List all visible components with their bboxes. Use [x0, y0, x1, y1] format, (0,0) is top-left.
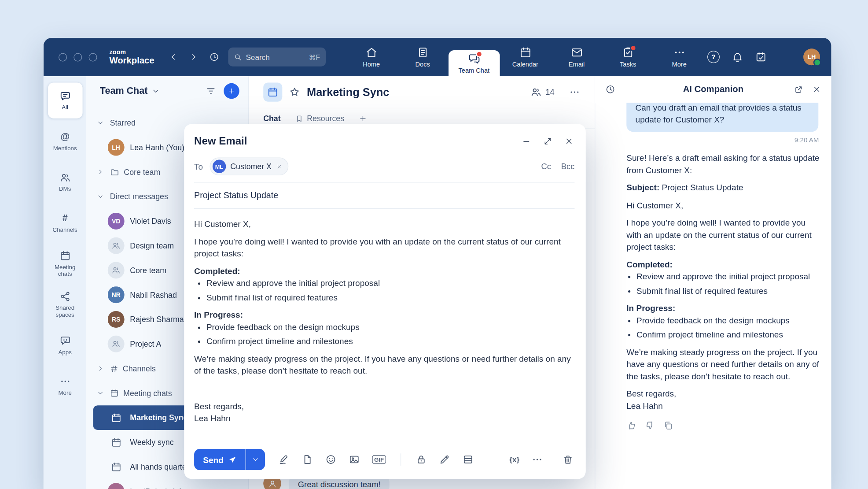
rail-item-apps[interactable]: Apps	[48, 327, 82, 363]
send-button[interactable]: Send	[194, 449, 245, 470]
team-chat-title-dropdown[interactable]: Team Chat	[100, 85, 159, 96]
more-icon[interactable]	[532, 454, 543, 465]
calendar-icon	[267, 86, 278, 97]
ai-greeting: Hi Customer X,	[626, 199, 820, 211]
ai-inprogress-list: Provide feedback on the design mockups C…	[626, 314, 820, 341]
channel-title: Marketing Sync	[307, 86, 389, 99]
search-input[interactable]: Search ⌘F	[228, 48, 326, 67]
to-label: To	[194, 162, 203, 171]
rail-label: Meeting chats	[48, 263, 82, 277]
chat-name: Weekly sync	[130, 438, 173, 447]
cc-button[interactable]: Cc	[541, 162, 551, 171]
rail-label: Apps	[58, 348, 71, 355]
star-icon[interactable]	[289, 86, 300, 97]
email-body-editor[interactable]: Hi Customer X, I hope you’re doing well!…	[184, 209, 586, 449]
nav-team-chat[interactable]: Team Chat	[449, 50, 500, 76]
calendar-check-icon[interactable]	[755, 52, 766, 63]
main-nav: Home Docs Team Chat Calendar	[346, 38, 705, 76]
modal-controls	[522, 137, 574, 146]
search-shortcut: ⌘F	[309, 53, 320, 61]
traffic-light-zoom[interactable]	[89, 53, 97, 61]
history-icon[interactable]	[605, 84, 615, 94]
help-button[interactable]: ?	[707, 51, 720, 63]
ai-compose-sparkle-icon[interactable]	[486, 454, 497, 465]
rail-item-mentions[interactable]: @ Mentions	[48, 123, 82, 159]
list-item: Review and approve the initial project p…	[206, 277, 574, 289]
nav-tasks[interactable]: Tasks	[602, 38, 654, 76]
rail-item-meeting-chats[interactable]: Meeting chats	[48, 246, 82, 282]
caret-down-icon	[96, 193, 106, 200]
email-icon	[570, 46, 583, 59]
plus-icon	[228, 87, 235, 95]
encrypt-lock-icon[interactable]	[416, 454, 427, 465]
nav-home[interactable]: Home	[346, 38, 397, 76]
rail-label: Mentions	[53, 144, 77, 151]
more-icon[interactable]	[569, 86, 580, 97]
caret-right-icon	[96, 365, 106, 372]
history-nav	[169, 52, 219, 62]
remove-recipient-icon[interactable]	[276, 163, 282, 170]
ai-paragraph: I hope you’re doing well! I wanted to pr…	[626, 217, 820, 253]
close-icon[interactable]	[565, 137, 574, 146]
new-chat-button[interactable]	[224, 83, 239, 99]
rail-item-more[interactable]: More	[48, 368, 82, 404]
avatar: NR	[108, 286, 125, 303]
nav-more[interactable]: More	[654, 38, 705, 76]
ai-signoff: Best regards,	[626, 388, 820, 400]
rail-item-shared-spaces[interactable]: Shared spaces	[48, 286, 82, 322]
members-button[interactable]: 14	[530, 86, 555, 97]
minimize-icon[interactable]	[522, 137, 531, 146]
ai-completed-label: Completed:	[626, 258, 820, 270]
notifications-bell-icon[interactable]	[732, 52, 743, 63]
back-icon[interactable]	[169, 52, 178, 61]
thumbs-up-icon[interactable]	[626, 420, 636, 430]
traffic-light-close[interactable]	[59, 53, 67, 61]
thumbs-down-icon[interactable]	[645, 420, 655, 430]
chat-list-actions	[206, 83, 239, 99]
recipient-chip[interactable]: ML Customer X	[210, 157, 288, 175]
template-icon[interactable]	[463, 454, 474, 465]
inprogress-label: In Progress:	[626, 303, 675, 313]
open-in-new-icon[interactable]	[794, 85, 804, 94]
logo-workplace: Workplace	[109, 56, 154, 65]
nav-calendar[interactable]: Calendar	[500, 38, 551, 76]
history-icon[interactable]	[209, 52, 219, 62]
panel-title: Team Chat	[100, 85, 148, 96]
channels-hash-icon: #	[63, 213, 68, 224]
attach-file-icon[interactable]	[302, 454, 313, 465]
people-icon	[111, 266, 120, 274]
filter-icon[interactable]	[206, 86, 216, 96]
notification-dot	[476, 51, 482, 57]
chat-item-lea-rajesh[interactable]: LR Lea/Rajesh 1:1	[93, 479, 242, 489]
subject-field[interactable]: Project Status Update	[194, 182, 574, 209]
subject-value: Project Status Update	[662, 182, 743, 192]
rail-item-all[interactable]: All	[48, 83, 82, 119]
send-options-button[interactable]	[245, 449, 265, 470]
calendar-icon	[108, 459, 125, 475]
delete-draft-button[interactable]	[563, 454, 574, 465]
traffic-light-minimize[interactable]	[74, 53, 82, 61]
edit-pencil-icon[interactable]	[439, 454, 450, 465]
rail-label: More	[58, 389, 71, 396]
image-icon[interactable]	[349, 454, 360, 465]
nav-email[interactable]: Email	[551, 38, 603, 76]
ai-companion-sparkle-icon[interactable]	[779, 51, 791, 63]
forward-icon[interactable]	[189, 52, 198, 61]
copy-icon[interactable]	[663, 420, 673, 430]
to-field[interactable]: To ML Customer X Cc Bcc	[194, 153, 574, 182]
gif-button[interactable]: GIF	[372, 455, 386, 464]
member-count: 14	[545, 88, 554, 96]
rail-item-dms[interactable]: DMs	[48, 164, 82, 200]
ai-conversation[interactable]: Can you draft an email that provides a s…	[595, 103, 831, 489]
rail-item-channels[interactable]: # Channels	[48, 205, 82, 241]
chat-name: Core team	[130, 266, 166, 274]
user-avatar[interactable]: LH	[803, 48, 820, 65]
bookmark-icon	[295, 114, 304, 122]
nav-docs[interactable]: Docs	[397, 38, 449, 76]
emoji-icon[interactable]	[325, 454, 336, 465]
signature-icon[interactable]	[278, 454, 289, 465]
variables-button[interactable]: {x}	[509, 456, 519, 464]
expand-icon[interactable]	[543, 137, 552, 146]
close-icon[interactable]	[812, 85, 821, 94]
bcc-button[interactable]: Bcc	[561, 162, 575, 171]
